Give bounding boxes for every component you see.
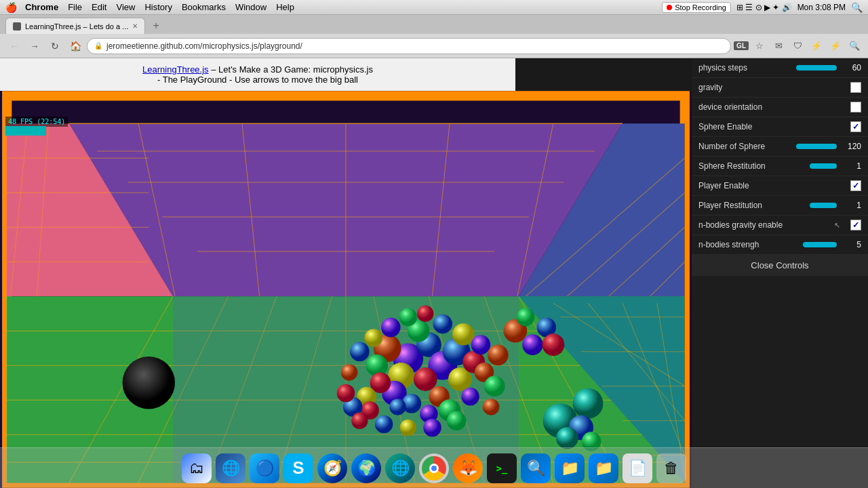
extension1-icon[interactable]: ✉ [770, 38, 787, 54]
apple-logo[interactable]: 🍎 [5, 2, 17, 13]
sphere-enable-checkbox[interactable] [850, 121, 861, 132]
sphere-restitution-label: Sphere Restitution [698, 161, 810, 171]
3d-scene [0, 91, 692, 488]
page-subtitle: – Let's Make a 3D Game: microphysics.js [211, 64, 373, 75]
fps-counter: 48 FPS (22:54) [5, 117, 68, 127]
player-enable-checkbox[interactable] [850, 180, 861, 191]
new-tab-button[interactable]: + [148, 18, 164, 34]
menu-history[interactable]: History [144, 2, 172, 12]
dock-firefox[interactable]: 🦊 [453, 453, 483, 483]
dock-folder2[interactable]: 📁 [589, 453, 618, 483]
nbodies-gravity-row: n-bodies gravity enable ↖ [692, 216, 868, 235]
close-controls-button[interactable]: Close Controls [692, 255, 868, 276]
dock-trash[interactable]: 🗑 [656, 453, 686, 483]
svg-point-90 [375, 415, 393, 434]
menu-chrome[interactable]: Chrome [25, 2, 58, 12]
home-button[interactable]: 🏠 [66, 37, 84, 55]
extension3-icon[interactable]: ⚡ [808, 38, 825, 54]
toolbar-right: GL ☆ ✉ 🛡 ⚡ ⚡ 🔍 [734, 38, 863, 54]
extension2-icon[interactable]: 🛡 [789, 38, 806, 54]
svg-point-87 [447, 411, 467, 431]
dock-safari2[interactable]: 🌍 [351, 453, 381, 483]
reload-button[interactable]: ↻ [46, 37, 64, 55]
lock-icon: 🔒 [94, 42, 102, 49]
player-ball [123, 357, 176, 409]
active-tab[interactable]: LearningThree.js – Lets do a ... ✕ [5, 18, 145, 34]
gl-badge: GL [734, 41, 749, 50]
recording-dot [667, 5, 672, 10]
physics-steps-value: 60 [841, 63, 861, 73]
menu-edit[interactable]: Edit [92, 2, 106, 12]
star-icon[interactable]: ☆ [751, 38, 768, 54]
svg-point-83 [365, 329, 383, 347]
dock-terminal[interactable]: >_ [487, 453, 517, 483]
player-restitution-slider[interactable] [810, 203, 837, 208]
menu-window[interactable]: Window [235, 2, 267, 12]
svg-point-94 [517, 308, 535, 327]
svg-point-91 [351, 413, 368, 429]
device-orientation-label: device orientation [698, 102, 850, 112]
dock-skype[interactable]: S [283, 453, 313, 483]
dock-finder[interactable]: 🗂 [182, 453, 212, 483]
menu-view[interactable]: View [116, 2, 135, 12]
page-subtitle2: - The PlayGround - Use arrows to move th… [157, 75, 358, 85]
back-button[interactable]: ← [5, 37, 23, 55]
nbodies-gravity-checkbox[interactable] [850, 220, 861, 230]
dock-safari[interactable]: 🧭 [317, 453, 347, 483]
stop-recording-label: Stop Recording [675, 3, 726, 12]
number-of-sphere-value: 120 [841, 142, 861, 151]
page-title-area: LearningThree.js – Let's Make a 3D Game:… [0, 58, 515, 91]
svg-point-77 [471, 335, 491, 354]
menu-file[interactable]: File [68, 2, 82, 12]
controls-panel: physics steps 60 gravity device orientat… [692, 58, 868, 488]
svg-point-86 [337, 384, 355, 403]
main-area: LearningThree.js – Let's Make a 3D Game:… [0, 58, 868, 488]
dock-appstore[interactable]: 🔵 [250, 453, 279, 483]
nbodies-strength-slider[interactable] [803, 242, 837, 247]
sphere-enable-row: Sphere Enable [692, 117, 868, 137]
number-of-sphere-label: Number of Sphere [698, 142, 796, 151]
physics-steps-slider[interactable] [796, 65, 837, 70]
sphere-restitution-slider[interactable] [810, 163, 837, 169]
cursor-icon: ↖ [834, 221, 848, 230]
svg-point-88 [423, 419, 441, 437]
extension4-icon[interactable]: ⚡ [827, 38, 844, 54]
svg-point-71 [461, 388, 479, 406]
dock: 🗂 🌐 🔵 S 🧭 🌍 🌐 🦊 >_ 🔍 📁 📁 📄 🗑 [0, 447, 868, 488]
dock-magnifier[interactable]: 🔍 [521, 453, 551, 483]
svg-point-73 [483, 399, 499, 415]
address-bar[interactable]: 🔒 jeromeetienne.github.com/microphysics.… [87, 38, 731, 54]
extension5-icon[interactable]: 🔍 [846, 38, 863, 54]
gravity-row: gravity [692, 78, 868, 98]
stop-recording-button[interactable]: Stop Recording [662, 2, 731, 13]
sphere-restitution-row: Sphere Restitution 1 [692, 157, 868, 176]
svg-point-96 [542, 333, 565, 356]
forward-button[interactable]: → [26, 37, 43, 55]
menu-bookmarks[interactable]: Bookmarks [182, 2, 226, 12]
dock-folder1[interactable]: 📁 [555, 453, 585, 483]
sphere-restitution-value: 1 [841, 161, 861, 171]
svg-point-98 [573, 388, 604, 419]
tab-close-button[interactable]: ✕ [132, 22, 138, 30]
nbodies-strength-row: n-bodies strengh 5 [692, 235, 868, 255]
player-enable-label: Player Enable [698, 181, 850, 190]
svg-point-78 [488, 345, 509, 366]
url-text: jeromeetienne.github.com/microphysics.js… [106, 41, 302, 51]
physics-steps-row: physics steps 60 [692, 58, 868, 78]
svg-point-57 [414, 367, 437, 391]
canvas-area[interactable]: LearningThree.js – Let's Make a 3D Game:… [0, 58, 692, 488]
dock-earth[interactable]: 🌐 [385, 453, 415, 483]
device-orientation-checkbox[interactable] [850, 102, 861, 113]
chrome-toolbar: ← → ↻ 🏠 🔒 jeromeetienne.github.com/micro… [0, 34, 868, 58]
gravity-checkbox[interactable] [850, 82, 861, 93]
nbodies-strength-label: n-bodies strengh [698, 240, 803, 249]
search-icon[interactable]: 🔍 [851, 2, 863, 13]
dock-chrome[interactable] [419, 453, 449, 483]
number-of-sphere-slider[interactable] [796, 144, 837, 149]
dock-docs[interactable]: 📄 [623, 453, 652, 483]
menu-help[interactable]: Help [276, 2, 294, 12]
dock-launchpad[interactable]: 🌐 [216, 453, 245, 483]
player-restitution-value: 1 [841, 201, 861, 210]
site-link[interactable]: LearningThree.js [142, 64, 209, 75]
menu-bar: 🍎 Chrome File Edit View History Bookmark… [0, 0, 868, 15]
